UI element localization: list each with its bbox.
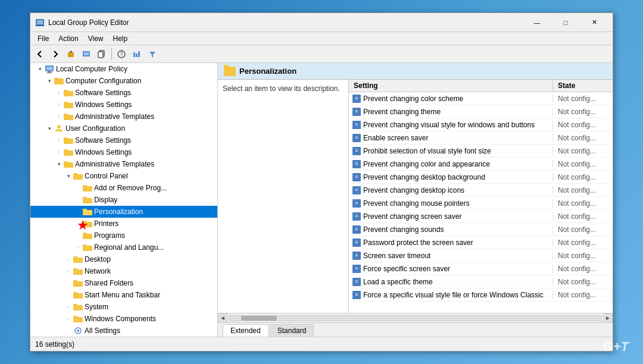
chart-button[interactable] <box>130 47 144 61</box>
sidebar-item-printers[interactable]: Printers <box>30 218 217 230</box>
svg-point-28 <box>57 125 61 128</box>
sidebar-item-windows-components[interactable]: › Windows Components <box>30 313 217 325</box>
scrollbar-track[interactable] <box>229 315 602 321</box>
close-button[interactable]: ✕ <box>580 15 608 30</box>
help-button[interactable]: ? <box>114 47 129 61</box>
scroll-right-btn[interactable]: ► <box>603 313 613 323</box>
tab-extended[interactable]: Extended <box>223 324 269 337</box>
svg-rect-25 <box>64 102 68 104</box>
window-title: Local Group Policy Editor <box>48 18 523 27</box>
settings-row[interactable]: ≡ Prevent changing color scheme Not conf… <box>349 92 613 105</box>
settings-pane[interactable]: Setting State ≡ Prevent changing color s… <box>349 80 613 313</box>
setting-name: ≡ Force specific screen saver <box>349 265 553 273</box>
sidebar-label: User Configuration <box>65 124 125 133</box>
app-icon <box>35 18 45 27</box>
tab-standard[interactable]: Standard <box>270 324 314 337</box>
sidebar-item-admin-templates-uc[interactable]: ▾ Administrative Templates <box>30 158 217 170</box>
sidebar-item-software-settings-cc[interactable]: › Software Settings <box>30 87 217 99</box>
toggle-icon <box>64 278 73 288</box>
sidebar-item-local-computer-policy[interactable]: ▾ Local Computer Policy <box>30 63 217 75</box>
sidebar-item-windows-settings-uc[interactable]: › Windows Settings <box>30 146 217 158</box>
policy-icon: ≡ <box>352 239 361 247</box>
sidebar-label: System <box>85 303 108 311</box>
menu-action[interactable]: Action <box>54 33 83 44</box>
up-button[interactable] <box>64 47 78 61</box>
setting-state: Not config... <box>553 121 613 129</box>
setting-state: Not config... <box>553 199 613 208</box>
sidebar-item-shared-folders[interactable]: Shared Folders <box>30 277 217 289</box>
svg-rect-42 <box>83 209 87 211</box>
settings-row[interactable]: ≡ Prevent changing theme Not config... <box>349 105 613 118</box>
sidebar-item-control-panel[interactable]: ▾ Control Panel <box>30 170 217 182</box>
settings-row[interactable]: ≡ Load a specific theme Not config... <box>349 275 613 288</box>
settings-row[interactable]: ≡ Force specific screen saver Not config… <box>349 262 613 275</box>
settings-row[interactable]: ≡ Password protect the screen saver Not … <box>349 236 613 249</box>
menu-file[interactable]: File <box>33 33 54 44</box>
sidebar-label: Start Menu and Taskbar <box>85 291 160 299</box>
setting-name: ≡ Prevent changing sounds <box>349 225 553 234</box>
menu-bar: File Action View Help <box>30 32 613 45</box>
menu-view[interactable]: View <box>83 33 108 44</box>
settings-row[interactable]: ≡ Prevent changing desktop icons Not con… <box>349 184 613 197</box>
settings-row[interactable]: ≡ Prevent changing screen saver Not conf… <box>349 210 613 223</box>
scroll-left-btn[interactable]: ◄ <box>218 313 227 323</box>
sidebar-item-start-menu[interactable]: Start Menu and Taskbar <box>30 289 217 301</box>
sidebar-item-all-settings[interactable]: All Settings <box>30 325 217 337</box>
back-button[interactable] <box>33 47 47 61</box>
sidebar-item-add-remove-progs[interactable]: Add or Remove Prog... <box>30 182 217 194</box>
setting-state: Not config... <box>553 160 613 168</box>
setting-name: ≡ Prevent changing screen saver <box>349 212 553 221</box>
folder-icon <box>73 302 83 312</box>
settings-row[interactable]: ≡ Prevent changing sounds Not config... <box>349 223 613 236</box>
sidebar-item-desktop[interactable]: › Desktop <box>30 253 217 265</box>
folder-icon <box>64 100 73 109</box>
settings-row[interactable]: ≡ Enable screen saver Not config... <box>349 131 613 145</box>
sidebar-item-programs[interactable]: Programs <box>30 230 217 241</box>
settings-row[interactable]: ≡ Force a specific visual style file or … <box>349 288 613 302</box>
setting-state: Not config... <box>553 225 613 234</box>
minimize-button[interactable]: — <box>523 15 551 30</box>
sidebar-item-admin-templates-cc[interactable]: › Administrative Templates <box>30 111 217 123</box>
policy-icon: ≡ <box>352 265 361 273</box>
svg-rect-1 <box>37 20 43 24</box>
sidebar-item-regional[interactable]: › Regional and Langu... <box>30 241 217 253</box>
scrollbar-thumb[interactable] <box>241 316 277 321</box>
toggle-icon: ▾ <box>54 159 64 169</box>
menu-help[interactable]: Help <box>108 33 133 44</box>
view-button[interactable] <box>79 47 93 61</box>
sidebar-item-software-settings-uc[interactable]: › Software Settings <box>30 134 217 146</box>
folder-icon <box>64 112 73 121</box>
sidebar-item-system[interactable]: › System <box>30 301 217 313</box>
setting-state: Not config... <box>553 95 613 103</box>
settings-row[interactable]: ≡ Prohibit selection of visual style fon… <box>349 145 613 158</box>
title-bar: Local Group Policy Editor — □ ✕ <box>30 13 613 32</box>
sidebar-item-display[interactable]: Display <box>30 194 217 206</box>
forward-button[interactable] <box>48 47 63 61</box>
status-bar: 16 setting(s) <box>30 337 613 351</box>
sidebar-label: Control Panel <box>85 172 128 180</box>
sidebar-item-windows-settings-cc[interactable]: › Windows Settings <box>30 99 217 111</box>
toggle-icon: › <box>64 314 73 324</box>
sidebar-item-computer-configuration[interactable]: ▾ Computer Configuration <box>30 75 217 87</box>
sidebar-item-network[interactable]: › Network <box>30 265 217 277</box>
sidebar-item-personalization[interactable]: Personalization <box>30 206 217 218</box>
svg-rect-21 <box>55 79 63 79</box>
policy-icon: ≡ <box>352 291 361 299</box>
filter-button[interactable] <box>145 47 160 61</box>
settings-row[interactable]: ≡ Prevent changing mouse pointers Not co… <box>349 197 613 210</box>
svg-rect-11 <box>133 52 135 57</box>
folder-icon <box>83 207 92 216</box>
toggle-icon: › <box>64 266 73 276</box>
settings-row[interactable]: ≡ Screen saver timeout Not config... <box>349 249 613 262</box>
sidebar-item-user-configuration[interactable]: ▾ User Configuration <box>30 123 217 134</box>
panel-title: Personalization <box>239 67 296 76</box>
settings-row[interactable]: ≡ Prevent changing desktop background No… <box>349 171 613 184</box>
horizontal-scrollbar[interactable]: ◄ ► <box>218 313 613 322</box>
folder-icon <box>73 278 83 288</box>
settings-row[interactable]: ≡ Prevent changing visual style for wind… <box>349 118 613 131</box>
copy-button[interactable] <box>95 47 109 61</box>
folder-icon <box>54 124 64 133</box>
settings-row[interactable]: ≡ Prevent changing color and appearance … <box>349 158 613 171</box>
maximize-button[interactable]: □ <box>552 15 579 30</box>
sidebar-label: Computer Configuration <box>65 77 141 85</box>
